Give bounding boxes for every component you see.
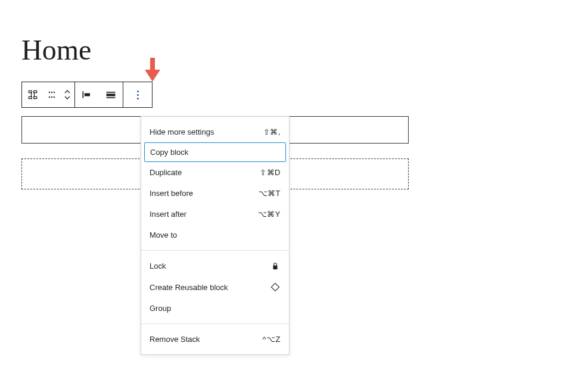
reorder-control [60,82,74,107]
menu-item-shortcut: ⌥⌘T [259,189,281,198]
move-up-button[interactable] [64,89,70,95]
svg-marker-1 [145,70,160,82]
toolbar-group-block [22,82,75,107]
svg-point-5 [49,96,50,98]
menu-move-to[interactable]: Move to [141,225,289,245]
align-button[interactable] [99,82,123,107]
svg-rect-8 [83,91,84,98]
more-vertical-icon [137,91,139,99]
menu-section-2: Lock Create Reusable block Group [141,251,289,324]
menu-item-label: Insert after [150,210,186,219]
menu-lock[interactable]: Lock [141,256,289,276]
svg-rect-13 [271,283,279,291]
menu-item-label: Create Reusable block [150,283,228,292]
svg-point-7 [54,96,55,98]
menu-item-label: Insert before [150,189,193,198]
menu-item-label: Hide more settings [150,127,214,136]
menu-item-shortcut: ^⌥Z [262,335,281,344]
block-toolbar [21,82,153,108]
menu-item-shortcut: ⌥⌘Y [258,210,281,219]
toolbar-group-align [75,82,123,107]
svg-rect-9 [85,94,90,96]
svg-point-3 [51,92,52,93]
menu-remove-stack[interactable]: Remove Stack ^⌥Z [141,329,289,350]
reusable-icon [270,282,281,292]
block-type-button[interactable] [22,82,43,107]
menu-copy-block[interactable]: Copy block [144,142,286,162]
move-down-button[interactable] [64,95,70,101]
menu-item-label: Group [150,304,171,313]
svg-rect-11 [107,94,116,96]
menu-section-1: Hide more settings ⇧⌘, Copy block Duplic… [141,117,289,251]
menu-item-shortcut: ⇧⌘D [260,168,281,177]
svg-rect-10 [107,92,116,93]
menu-item-shortcut: ⇧⌘, [263,127,281,136]
menu-item-label: Remove Stack [150,335,200,344]
svg-rect-0 [150,58,155,71]
svg-rect-12 [107,97,116,98]
page-title: Home [21,33,91,66]
toolbar-group-more [123,82,152,107]
menu-item-label: Duplicate [150,168,182,177]
menu-section-3: Remove Stack ^⌥Z [141,324,289,354]
more-options-button[interactable] [123,82,152,107]
menu-insert-before[interactable]: Insert before ⌥⌘T [141,183,289,204]
menu-create-reusable-block[interactable]: Create Reusable block [141,276,289,298]
block-options-menu: Hide more settings ⇧⌘, Copy block Duplic… [141,116,290,355]
menu-duplicate[interactable]: Duplicate ⇧⌘D [141,162,289,183]
menu-item-label: Lock [150,261,166,270]
menu-hide-more-settings[interactable]: Hide more settings ⇧⌘, [141,122,289,142]
menu-item-label: Copy block [150,148,188,157]
justify-button[interactable] [75,82,99,107]
menu-insert-after[interactable]: Insert after ⌥⌘Y [141,204,289,225]
drag-handle[interactable] [43,82,60,107]
menu-item-label: Move to [150,231,177,239]
menu-group[interactable]: Group [141,298,289,319]
lock-icon [270,262,281,270]
svg-point-4 [54,92,55,93]
svg-point-6 [51,96,52,98]
svg-point-2 [49,92,50,93]
red-arrow-annotation [145,58,160,82]
